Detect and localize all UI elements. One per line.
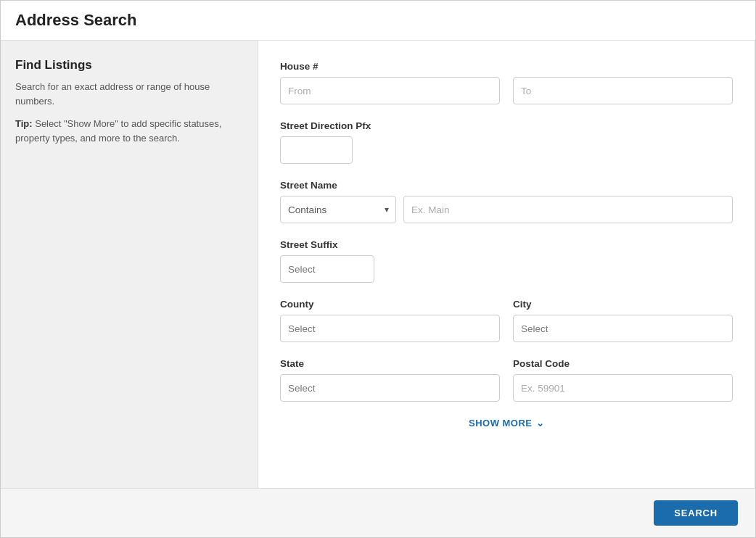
postal-code-input[interactable] — [513, 374, 733, 402]
city-label: City — [513, 299, 733, 310]
sidebar: Find Listings Search for an exact addres… — [1, 41, 258, 488]
city-input[interactable] — [513, 315, 733, 342]
page-header: Address Search — [1, 1, 755, 41]
show-more-label: SHOW MORE — [469, 418, 533, 429]
page-footer: SEARCH — [1, 488, 755, 537]
tip-label: Tip: — [15, 118, 33, 129]
tip-text: Select "Show More" to add specific statu… — [15, 118, 221, 144]
house-from-group — [280, 77, 500, 104]
house-number-label: House # — [280, 61, 733, 72]
main-content: Find Listings Search for an exact addres… — [1, 41, 755, 488]
sidebar-description: Search for an exact address or range of … — [15, 80, 243, 108]
street-direction-row: Street Direction Pfx — [280, 120, 733, 164]
house-from-input[interactable] — [280, 77, 500, 104]
street-name-input[interactable] — [403, 196, 733, 223]
house-number-row: House # — [280, 61, 733, 104]
state-postal-row: State Postal Code — [280, 358, 733, 402]
sidebar-title: Find Listings — [15, 58, 243, 73]
street-direction-input[interactable] — [280, 136, 353, 164]
county-city-row: County City — [280, 299, 733, 342]
county-group: County — [280, 299, 500, 342]
state-input[interactable] — [280, 374, 500, 402]
street-name-label: Street Name — [280, 180, 733, 191]
street-direction-label: Street Direction Pfx — [280, 120, 733, 131]
sidebar-tip: Tip: Select "Show More" to add specific … — [15, 117, 243, 145]
state-group: State — [280, 358, 500, 402]
postal-code-group: Postal Code — [513, 358, 733, 402]
county-label: County — [280, 299, 500, 310]
street-name-inputs: Contains Starts With Equals — [280, 196, 733, 223]
contains-select[interactable]: Contains Starts With Equals — [280, 196, 396, 223]
search-button[interactable]: SEARCH — [654, 500, 738, 526]
page-title: Address Search — [15, 11, 741, 30]
chevron-down-icon: ⌄ — [536, 418, 545, 429]
postal-code-label: Postal Code — [513, 358, 733, 369]
house-to-input[interactable] — [513, 77, 733, 104]
county-input[interactable] — [280, 315, 500, 342]
contains-select-wrapper: Contains Starts With Equals — [280, 196, 396, 223]
form-panel: House # Street Direction Pfx Street Name — [258, 41, 755, 488]
show-more-button[interactable]: SHOW MORE ⌄ — [469, 418, 544, 429]
house-to-group — [513, 77, 733, 104]
street-name-row: Street Name Contains Starts With Equals — [280, 180, 733, 223]
city-group: City — [513, 299, 733, 342]
state-label: State — [280, 358, 500, 369]
show-more-row: SHOW MORE ⌄ — [280, 418, 733, 429]
street-suffix-input[interactable] — [280, 255, 374, 283]
street-suffix-row: Street Suffix — [280, 239, 733, 283]
house-number-inputs — [280, 77, 733, 104]
street-suffix-label: Street Suffix — [280, 239, 733, 250]
